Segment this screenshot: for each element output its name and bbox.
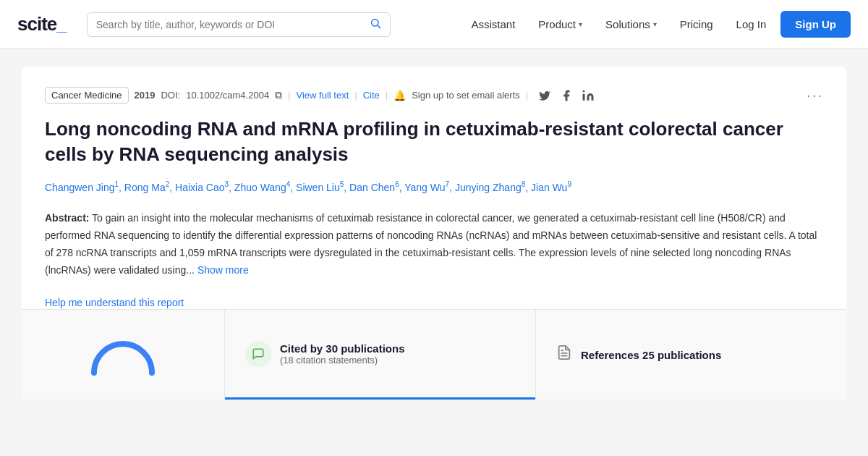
- product-chevron-icon: ▾: [579, 20, 582, 28]
- logo[interactable]: scite_: [17, 13, 67, 35]
- authors-list: Changwen Jing1, Rong Ma2, Haixia Cao3, Z…: [45, 179, 823, 195]
- pipe-divider-2: |: [354, 90, 357, 101]
- pipe-divider-1: |: [288, 90, 290, 101]
- references-title: References 25 publications: [581, 349, 721, 361]
- author-2[interactable]: Rong Ma2: [124, 182, 169, 193]
- cited-by-subtitle: (18 citation statements): [280, 355, 405, 366]
- author-4[interactable]: Zhuo Wang4: [234, 182, 290, 193]
- author-5[interactable]: Siwen Liu5: [296, 182, 344, 193]
- cited-by-tab[interactable]: Cited by 30 publications (18 citation st…: [225, 310, 535, 400]
- nav-links: Assistant Product ▾ Solutions ▾ Pricing …: [462, 11, 851, 38]
- author-7[interactable]: Yang Wu7: [404, 182, 449, 193]
- search-bar: [87, 12, 391, 37]
- svg-point-2: [583, 90, 585, 92]
- cited-by-tab-text: Cited by 30 publications (18 citation st…: [280, 342, 405, 366]
- doi-label: DOI:: [161, 90, 180, 101]
- abstract-label: Abstract:: [45, 212, 89, 224]
- author-6[interactable]: Dan Chen6: [349, 182, 399, 193]
- author-3[interactable]: Haixia Cao3: [175, 182, 229, 193]
- signup-button[interactable]: Sign Up: [780, 11, 851, 38]
- cited-by-title: Cited by 30 publications: [280, 342, 405, 355]
- svg-line-1: [378, 25, 380, 28]
- social-icons: [537, 88, 596, 104]
- doi-value: 10.1002/cam4.2004: [186, 90, 269, 101]
- year: 2019: [135, 90, 156, 101]
- abstract: Abstract: To gain an insight into the mo…: [45, 210, 823, 279]
- journal-tag: Cancer Medicine: [45, 87, 129, 104]
- pipe-divider-4: |: [526, 90, 528, 101]
- help-understand-link[interactable]: Help me understand this report: [45, 297, 184, 308]
- nav-pricing[interactable]: Pricing: [671, 14, 722, 35]
- citations-section: Cited by 30 publications (18 citation st…: [22, 309, 846, 400]
- facebook-icon[interactable]: [558, 88, 574, 104]
- citations-tabs: Cited by 30 publications (18 citation st…: [224, 310, 846, 400]
- cited-by-tab-icon: [245, 341, 271, 367]
- pipe-divider-3: |: [386, 90, 388, 101]
- show-more-link[interactable]: Show more: [197, 264, 249, 276]
- nav-solutions[interactable]: Solutions ▾: [597, 14, 665, 35]
- solutions-chevron-icon: ▾: [653, 20, 657, 28]
- bell-icon: 🔔: [393, 90, 406, 101]
- meta-bar: Cancer Medicine 2019 DOI: 10.1002/cam4.2…: [45, 87, 823, 104]
- author-9[interactable]: Jian Wu9: [531, 182, 571, 193]
- article-card: Cancer Medicine 2019 DOI: 10.1002/cam4.2…: [22, 67, 846, 400]
- view-full-text-link[interactable]: View full text: [297, 90, 349, 101]
- cite-link[interactable]: Cite: [363, 90, 380, 101]
- linkedin-icon[interactable]: [580, 88, 596, 104]
- citation-arc-chart: [87, 333, 159, 376]
- references-tab[interactable]: References 25 publications: [535, 310, 846, 400]
- author-1[interactable]: Changwen Jing1: [45, 182, 119, 193]
- more-options-button[interactable]: ···: [807, 87, 823, 104]
- main-wrapper: Cancer Medicine 2019 DOI: 10.1002/cam4.2…: [0, 49, 868, 417]
- references-tab-icon: [556, 345, 572, 365]
- copy-icon[interactable]: ⧉: [275, 89, 282, 101]
- nav-assistant[interactable]: Assistant: [462, 14, 524, 35]
- search-input[interactable]: [96, 19, 370, 30]
- citations-left: [22, 310, 224, 400]
- svg-point-0: [371, 19, 378, 25]
- email-alert-text: Sign up to set email alerts: [412, 90, 520, 101]
- nav-product[interactable]: Product ▾: [529, 14, 591, 35]
- author-8[interactable]: Junying Zhang8: [455, 182, 525, 193]
- twitter-icon[interactable]: [537, 88, 553, 104]
- article-title: Long noncoding RNA and mRNA profiling in…: [45, 117, 823, 167]
- navbar: scite_ Assistant Product ▾ Solutions ▾ P…: [0, 0, 868, 49]
- login-button[interactable]: Log In: [728, 14, 775, 35]
- search-button[interactable]: [370, 17, 381, 32]
- abstract-text: To gain an insight into the molecular me…: [45, 212, 817, 275]
